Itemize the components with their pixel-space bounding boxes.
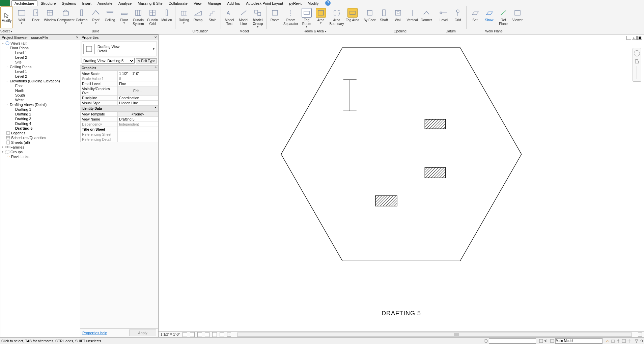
room-area-group-label[interactable]: Room & Area ▾ bbox=[266, 29, 364, 34]
select-panel-label[interactable]: Select ▾ bbox=[0, 29, 12, 34]
legends-node[interactable]: Legends bbox=[11, 131, 25, 135]
tab-addins[interactable]: Add-Ins bbox=[224, 1, 243, 6]
tab-systems[interactable]: Systems bbox=[59, 1, 79, 6]
ref-plane-button[interactable]: Ref Plane bbox=[496, 7, 510, 29]
tag-area-button[interactable]: Tag Area bbox=[345, 7, 360, 29]
shadows-icon[interactable] bbox=[205, 332, 209, 337]
grid-button[interactable]: Grid bbox=[451, 7, 465, 29]
tab-analyze[interactable]: Analyze bbox=[116, 1, 134, 6]
horizontal-scrollbar[interactable] bbox=[237, 333, 632, 337]
window-button[interactable]: Window bbox=[43, 7, 57, 29]
editable-only-icon[interactable] bbox=[539, 339, 543, 343]
floor-plan-level2[interactable]: Level 2 bbox=[15, 55, 27, 59]
floor-plan-level1[interactable]: Level 1 bbox=[15, 51, 27, 55]
select-links-icon[interactable] bbox=[605, 339, 610, 343]
door-button[interactable]: Door bbox=[29, 7, 43, 29]
elevation-west[interactable]: West bbox=[15, 98, 24, 102]
discipline-value[interactable]: Coordination bbox=[118, 96, 158, 101]
i-beam-shape[interactable] bbox=[343, 80, 357, 111]
drag-elements-icon[interactable] bbox=[627, 339, 632, 343]
railing-button[interactable]: Railing▼ bbox=[177, 7, 191, 29]
revit-links-node[interactable]: Revit Links bbox=[11, 155, 29, 159]
curtain-system-button[interactable]: Curtain System bbox=[131, 7, 145, 29]
identity-collapse-icon[interactable]: ⌃ bbox=[154, 107, 157, 110]
floor-plans-node[interactable]: Floor Plans bbox=[10, 46, 29, 50]
model-line-button[interactable]: Model Line bbox=[236, 7, 251, 29]
drawing-canvas[interactable]: ‒ □ ▣ DRAFTING 5 1 1/2" = 1 bbox=[159, 34, 644, 337]
tab-point-layout[interactable]: Autodesk Point Layout bbox=[243, 1, 286, 6]
drafting-views-node[interactable]: Drafting Views (Detail) bbox=[10, 103, 47, 107]
area-boundary-button[interactable]: Area Boundary bbox=[328, 7, 345, 29]
visual-style-value[interactable]: Hidden Line bbox=[118, 101, 158, 106]
drafting-1[interactable]: Drafting 1 bbox=[15, 107, 31, 111]
wall-opening-button[interactable]: Wall bbox=[391, 7, 405, 29]
tab-annotate[interactable]: Annotate bbox=[95, 1, 115, 6]
title-on-sheet-value[interactable] bbox=[118, 127, 158, 132]
tab-modify[interactable]: Modify bbox=[305, 1, 321, 6]
crop-region-icon[interactable] bbox=[220, 332, 224, 337]
edit-type-button[interactable]: ✎Edit Type bbox=[136, 58, 157, 63]
schedules-node[interactable]: Schedules/Quantities bbox=[11, 136, 46, 140]
roof-button[interactable]: Roof▼ bbox=[89, 7, 103, 29]
tab-massing-site[interactable]: Massing & Site bbox=[135, 1, 165, 6]
ceiling-button[interactable]: Ceiling bbox=[103, 7, 117, 29]
app-menu-icon[interactable] bbox=[0, 0, 10, 6]
mullion-button[interactable]: Mullion bbox=[160, 7, 174, 29]
room-separator-button[interactable]: Room Separator bbox=[282, 7, 300, 29]
select-pinned-icon[interactable] bbox=[616, 339, 621, 343]
detail-level-value[interactable]: Fine bbox=[118, 81, 158, 86]
wall-button[interactable]: Wall▼ bbox=[15, 7, 29, 29]
component-button[interactable]: Component▼ bbox=[57, 7, 75, 29]
detail-level-icon[interactable] bbox=[183, 332, 187, 337]
elevation-north[interactable]: North bbox=[15, 88, 24, 92]
show-button[interactable]: Show bbox=[482, 7, 496, 29]
hatched-rect-3[interactable] bbox=[375, 196, 397, 206]
stair-button[interactable]: Stair bbox=[205, 7, 219, 29]
curtain-grid-button[interactable]: Curtain Grid bbox=[145, 7, 160, 29]
select-face-icon[interactable] bbox=[621, 339, 626, 343]
modify-select-button[interactable]: Modify bbox=[0, 6, 13, 28]
elevation-east[interactable]: East bbox=[15, 84, 23, 88]
sheets-node[interactable]: Sheets (all) bbox=[11, 140, 30, 144]
tab-view[interactable]: View bbox=[191, 1, 204, 6]
vertical-button[interactable]: Vertical bbox=[405, 7, 419, 29]
select-underlay-icon[interactable] bbox=[611, 339, 615, 343]
type-dropdown-icon[interactable]: ▼ bbox=[152, 47, 155, 51]
graphics-collapse-icon[interactable]: ⌃ bbox=[154, 66, 157, 70]
elevation-south[interactable]: South bbox=[15, 93, 25, 97]
hatched-rect-1[interactable] bbox=[425, 119, 445, 129]
scroll-left-icon[interactable]: ‹ bbox=[227, 333, 231, 337]
hatched-rect-2[interactable] bbox=[425, 167, 445, 178]
dormer-button[interactable]: Dormer bbox=[419, 7, 433, 29]
tab-collaborate[interactable]: Collaborate bbox=[166, 1, 190, 6]
help-icon[interactable]: ? bbox=[325, 0, 331, 6]
set-button[interactable]: Set bbox=[468, 7, 482, 29]
drafting-3[interactable]: Drafting 3 bbox=[15, 117, 31, 121]
workset-icon[interactable] bbox=[483, 339, 488, 343]
model-text-button[interactable]: AModel Text bbox=[222, 7, 236, 29]
identity-section[interactable]: Identity Data bbox=[82, 107, 102, 110]
crop-view-icon[interactable] bbox=[212, 332, 217, 337]
workset-field[interactable] bbox=[489, 338, 536, 344]
design-option-field[interactable] bbox=[555, 338, 603, 344]
filter-icon[interactable] bbox=[634, 339, 639, 343]
type-selector[interactable]: Drafting View Detail ▼ bbox=[82, 42, 157, 56]
groups-node[interactable]: Groups bbox=[10, 150, 23, 154]
model-group-button[interactable]: Model Group▼ bbox=[251, 7, 265, 29]
ceiling-plans-node[interactable]: Ceiling Plans bbox=[10, 65, 31, 69]
project-browser-close-icon[interactable]: ✕ bbox=[75, 35, 79, 39]
ceiling-plan-level1[interactable]: Level 1 bbox=[15, 70, 27, 74]
tab-insert[interactable]: Insert bbox=[80, 1, 94, 6]
tab-pyrevit[interactable]: pyRevit bbox=[286, 1, 304, 6]
level-button[interactable]: Level bbox=[437, 7, 451, 29]
ceiling-plan-level2[interactable]: Level 2 bbox=[15, 74, 27, 78]
view-name-value[interactable]: Drafting 5 bbox=[118, 117, 158, 122]
drafting-2[interactable]: Drafting 2 bbox=[15, 112, 31, 116]
visual-style-icon[interactable] bbox=[190, 332, 195, 337]
floor-button[interactable]: Floor▼ bbox=[117, 7, 131, 29]
apply-button[interactable]: Apply bbox=[129, 329, 156, 336]
ramp-button[interactable]: Ramp bbox=[191, 7, 205, 29]
by-face-button[interactable]: By Face bbox=[363, 7, 377, 29]
project-browser-tree[interactable]: −Views (all) −Floor Plans Level 1 Level … bbox=[0, 40, 80, 337]
hexagon-shape[interactable] bbox=[281, 48, 522, 261]
